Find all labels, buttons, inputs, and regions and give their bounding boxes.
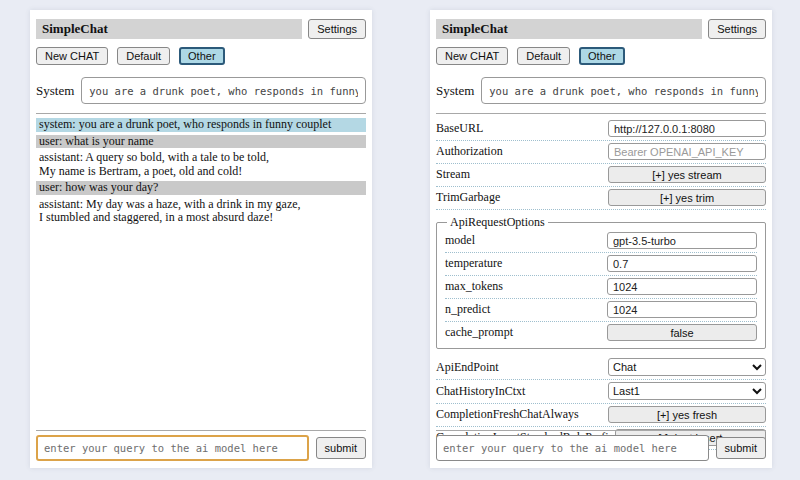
divider bbox=[36, 113, 366, 114]
max-tokens-label: max_tokens bbox=[445, 279, 503, 294]
system-label: System bbox=[36, 83, 74, 99]
system-prompt-input[interactable] bbox=[81, 77, 366, 104]
stream-toggle-button[interactable]: [+] yes stream bbox=[608, 166, 766, 183]
submit-button[interactable]: submit bbox=[316, 437, 366, 459]
chat-panel: SimpleChat Settings New CHAT Default Oth… bbox=[30, 10, 372, 468]
baseurl-input[interactable] bbox=[608, 120, 766, 137]
stream-label: Stream bbox=[436, 167, 470, 182]
app-title: SimpleChat bbox=[436, 19, 702, 39]
setting-row-stream: Stream [+] yes stream bbox=[436, 164, 766, 187]
chat-history-in-ctxt-select[interactable]: Last1 bbox=[608, 382, 766, 400]
chat-message-assistant: assistant: A query so bold, with a tale … bbox=[36, 151, 366, 178]
system-label: System bbox=[436, 83, 474, 99]
setting-row-n-predict: n_predict bbox=[445, 299, 757, 322]
setting-row-completion-fresh-chat-always: CompletionFreshChatAlways [+] yes fresh bbox=[436, 404, 766, 427]
temperature-input[interactable] bbox=[607, 255, 757, 272]
query-input[interactable] bbox=[436, 435, 709, 461]
query-bar: submit bbox=[436, 430, 766, 461]
api-request-options-legend: ApiRequestOptions bbox=[447, 215, 548, 230]
tab-other[interactable]: Other bbox=[579, 47, 625, 65]
settings-button[interactable]: Settings bbox=[708, 19, 766, 39]
setting-row-trimgarbage: TrimGarbage [+] yes trim bbox=[436, 187, 766, 210]
settings-button[interactable]: Settings bbox=[308, 19, 366, 39]
setting-row-chat-history-in-ctxt: ChatHistoryInCtxt Last1 bbox=[436, 380, 766, 404]
model-label: model bbox=[445, 233, 475, 248]
chat-session-tabs: New CHAT Default Other bbox=[436, 47, 766, 65]
cache-prompt-label: cache_prompt bbox=[445, 325, 513, 340]
divider bbox=[36, 430, 366, 431]
system-prompt-input[interactable] bbox=[481, 77, 766, 104]
setting-row-cache-prompt: cache_prompt false bbox=[445, 322, 757, 344]
tab-default[interactable]: Default bbox=[517, 47, 570, 65]
chat-history-in-ctxt-label: ChatHistoryInCtxt bbox=[436, 384, 525, 399]
max-tokens-input[interactable] bbox=[607, 278, 757, 295]
divider bbox=[436, 430, 766, 431]
tab-default[interactable]: Default bbox=[117, 47, 170, 65]
authorization-label: Authorization bbox=[436, 144, 503, 159]
system-prompt-row: System bbox=[436, 77, 766, 104]
n-predict-input[interactable] bbox=[607, 301, 757, 318]
api-request-options-fieldset: ApiRequestOptions model temperature max_… bbox=[436, 215, 766, 349]
trimgarbage-label: TrimGarbage bbox=[436, 190, 500, 205]
completion-fresh-chat-always-toggle-button[interactable]: [+] yes fresh bbox=[608, 406, 766, 423]
chat-message-user: user: how was your day? bbox=[36, 181, 366, 195]
settings-panel: SimpleChat Settings New CHAT Default Oth… bbox=[430, 10, 772, 468]
chat-message-assistant: assistant: My day was a haze, with a dri… bbox=[36, 198, 366, 225]
tab-other[interactable]: Other bbox=[179, 47, 225, 65]
chat-session-tabs: New CHAT Default Other bbox=[36, 47, 366, 65]
api-endpoint-label: ApiEndPoint bbox=[436, 360, 499, 375]
api-endpoint-select[interactable]: Chat bbox=[608, 358, 766, 376]
system-prompt-row: System bbox=[36, 77, 366, 104]
authorization-input[interactable] bbox=[608, 143, 766, 160]
query-bar: submit bbox=[36, 430, 366, 461]
chat-message-list: system: you are a drunk poet, who respon… bbox=[36, 118, 366, 225]
baseurl-label: BaseURL bbox=[436, 121, 483, 136]
trimgarbage-toggle-button[interactable]: [+] yes trim bbox=[608, 189, 766, 206]
header: SimpleChat Settings bbox=[36, 19, 366, 39]
model-input[interactable] bbox=[607, 232, 757, 249]
query-input[interactable] bbox=[36, 435, 309, 461]
setting-row-api-endpoint: ApiEndPoint Chat bbox=[436, 356, 766, 380]
chat-message-system: system: you are a drunk poet, who respon… bbox=[36, 118, 366, 132]
submit-button[interactable]: submit bbox=[716, 437, 766, 459]
chat-message-user: user: what is your name bbox=[36, 135, 366, 149]
divider bbox=[436, 113, 766, 114]
header: SimpleChat Settings bbox=[436, 19, 766, 39]
completion-fresh-chat-always-label: CompletionFreshChatAlways bbox=[436, 407, 579, 422]
app-title: SimpleChat bbox=[36, 19, 302, 39]
temperature-label: temperature bbox=[445, 256, 502, 271]
setting-row-max-tokens: max_tokens bbox=[445, 276, 757, 299]
cache-prompt-toggle-button[interactable]: false bbox=[607, 324, 757, 341]
setting-row-model: model bbox=[445, 230, 757, 253]
setting-row-baseurl: BaseURL bbox=[436, 118, 766, 141]
setting-row-authorization: Authorization bbox=[436, 141, 766, 164]
new-chat-button[interactable]: New CHAT bbox=[436, 47, 508, 65]
n-predict-label: n_predict bbox=[445, 302, 490, 317]
setting-row-temperature: temperature bbox=[445, 253, 757, 276]
new-chat-button[interactable]: New CHAT bbox=[36, 47, 108, 65]
